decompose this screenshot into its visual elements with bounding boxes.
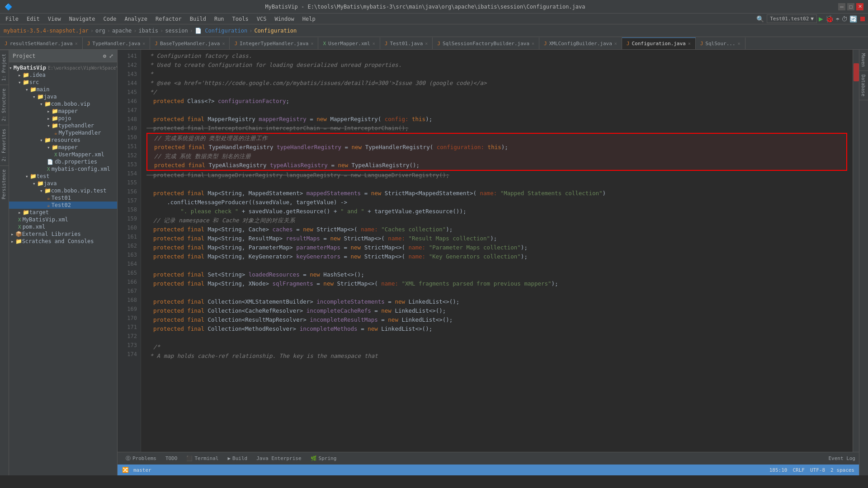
tree-item-java-test[interactable]: ▾ 📁 java — [9, 180, 117, 187]
tab-close-icon[interactable]: × — [373, 41, 375, 46]
tab-sqlsour[interactable]: J SqlSour... × — [696, 38, 745, 49]
edge-tab-database[interactable]: Database — [859, 71, 868, 100]
tree-item-usermapper-xml[interactable]: X UserMapper.xml — [9, 151, 117, 158]
menu-view[interactable]: View — [44, 15, 65, 23]
menu-navigate[interactable]: Navigate — [66, 15, 99, 23]
search-everywhere-icon[interactable]: 🔍 — [756, 15, 764, 23]
tree-item-test[interactable]: ▾ 📁 test — [9, 173, 117, 180]
minimize-button[interactable]: ─ — [838, 3, 845, 10]
menu-build[interactable]: Build — [186, 15, 210, 23]
stop-button[interactable]: ⏹ — [859, 14, 866, 23]
menu-tools[interactable]: Tools — [229, 15, 252, 23]
tab-close-icon[interactable]: × — [425, 41, 428, 46]
menu-file[interactable]: File — [2, 15, 22, 23]
menu-edit[interactable]: Edit — [23, 15, 43, 23]
profile-button[interactable]: ⏱ — [841, 15, 848, 23]
tree-item-typehandler-folder[interactable]: ▾ 📁 typehandler — [9, 122, 117, 129]
breadcrumb-jar[interactable]: mybatis-3.5.4-snapshot.jar — [4, 28, 89, 34]
maximize-button[interactable]: □ — [847, 3, 854, 10]
tab-close-icon[interactable]: × — [614, 41, 617, 46]
edge-tab-structure[interactable]: 2: Structure — [0, 84, 9, 125]
tree-item-com-bobo-vip-test[interactable]: ▾ 📁 com.bobo.vip.test — [9, 187, 117, 194]
edge-tab-favorites[interactable]: 2: Favorites — [0, 125, 9, 165]
debug-button[interactable]: 🐞 — [825, 14, 834, 23]
line-ending[interactable]: CRLF — [793, 467, 805, 473]
tab-typehandler[interactable]: J TypeHandler.java × — [83, 38, 151, 49]
tree-item-mybatisvip-xml[interactable]: X MyBatisVip.xml — [9, 216, 117, 223]
tree-item-external-libraries[interactable]: ▸ 📦 External Libraries — [9, 230, 117, 238]
tree-item-db-properties[interactable]: 📄 db.properties — [9, 158, 117, 165]
menu-vcs[interactable]: VCS — [253, 15, 270, 23]
code-content[interactable]: * Configuration factory class. * Used to… — [141, 50, 853, 452]
tree-item-scratches-consoles[interactable]: ▸ 📁 Scratches and Consoles — [9, 238, 117, 245]
breadcrumb-ibatis[interactable]: ibatis — [139, 28, 158, 34]
tab-basetypehandler[interactable]: J BaseTypeHandler.java × — [150, 38, 230, 49]
tab-todo[interactable]: TODO — [161, 455, 182, 462]
tab-close-icon[interactable]: × — [532, 41, 534, 46]
code-view[interactable]: 141 142 143 144 145 146 147 148 149 150 … — [118, 50, 859, 452]
tree-item-mytypehandler[interactable]: ☕ MyTypeHandler — [9, 129, 117, 136]
tree-item-com-bobo-vip[interactable]: ▾ 📁 com.bobo.vip — [9, 100, 117, 108]
breadcrumb-session[interactable]: session — [165, 28, 188, 34]
tab-label: XMLConfigBuilder.java — [549, 41, 612, 47]
edge-tab-persistence[interactable]: Persistence — [0, 165, 9, 203]
menu-help[interactable]: Help — [299, 15, 319, 23]
tree-item-test01[interactable]: ☕ Test01 — [9, 194, 117, 202]
breadcrumb-configuration2[interactable]: Configuration — [254, 28, 297, 34]
tree-item-idea[interactable]: ▸ 📁 .idea — [9, 71, 117, 79]
tab-build[interactable]: ▶ Build — [223, 455, 252, 462]
menu-refactor[interactable]: Refactor — [152, 15, 185, 23]
edge-tab-maven[interactable]: Maven — [859, 50, 868, 71]
tab-java-enterprise[interactable]: Java Enterprise — [252, 455, 306, 462]
run-config-selector[interactable]: Test01.test02 ▼ — [767, 14, 817, 23]
tab-close-icon[interactable]: × — [688, 41, 691, 46]
tab-close-icon[interactable]: × — [142, 41, 145, 46]
tree-item-src[interactable]: ▾ 📁 src — [9, 79, 117, 86]
gear-icon[interactable]: ⚙ — [103, 53, 106, 59]
tab-close-icon[interactable]: × — [311, 41, 313, 46]
tab-terminal[interactable]: ⬛ Terminal — [182, 455, 223, 462]
tree-item-main[interactable]: ▾ 📁 main — [9, 86, 117, 93]
tab-sqlsessionfactorybuilder[interactable]: J SqlSessionFactoryBuilder.java × — [433, 38, 539, 49]
event-log-label[interactable]: Event Log — [828, 455, 855, 461]
menu-analyze[interactable]: Analyze — [121, 15, 151, 23]
tree-item-pom-xml[interactable]: X pom.xml — [9, 223, 117, 230]
tab-xmlconfigbuilder[interactable]: J XMLConfigBuilder.java × — [539, 38, 622, 49]
tab-usermapper[interactable]: X UserMapper.xml × — [318, 38, 380, 49]
tree-item-target[interactable]: ▸ 📁 target — [9, 209, 117, 216]
encoding[interactable]: UTF-8 — [810, 467, 825, 473]
tab-integertypehandler[interactable]: J IntegerTypeHandler.java × — [230, 38, 318, 49]
tab-problems[interactable]: ⓪ Problems — [121, 454, 161, 463]
code-line-144: * @see <a href='https://code.google.com/… — [146, 79, 847, 88]
tree-item-java-main[interactable]: ▾ 📁 java — [9, 93, 117, 100]
tree-item-mapper-xml-folder[interactable]: ▾ 📁 mapper — [9, 144, 117, 151]
cursor-position[interactable]: 185:10 — [769, 467, 788, 473]
coverage-button[interactable]: ☂ — [836, 15, 840, 23]
window-controls[interactable]: ─ □ ✕ — [838, 3, 863, 10]
run-button[interactable]: ▶ — [819, 14, 823, 23]
tree-item-pojo[interactable]: ▸ 📁 pojo — [9, 115, 117, 122]
menu-window[interactable]: Window — [271, 15, 297, 23]
tab-configuration[interactable]: J Configuration.java × — [622, 38, 696, 49]
tree-item-mybatisvip[interactable]: ▾ MyBatisVip E:\workspace\VipWorkSpace\M — [9, 64, 117, 71]
menu-run[interactable]: Run — [211, 15, 228, 23]
tree-item-resources[interactable]: ▾ 📁 resources — [9, 136, 117, 144]
tree-item-mybatis-config[interactable]: X mybatis-config.xml — [9, 165, 117, 173]
tab-close-icon[interactable]: × — [222, 41, 225, 46]
tab-test01[interactable]: J Test01.java × — [380, 38, 433, 49]
update-button[interactable]: 🔄 — [849, 15, 857, 23]
indent-info[interactable]: 2 spaces — [830, 467, 854, 473]
expand-icon[interactable]: ⤢ — [109, 53, 113, 59]
breadcrumb-org[interactable]: org — [95, 28, 105, 34]
tab-spring[interactable]: 🌿 Spring — [306, 455, 341, 462]
close-button[interactable]: ✕ — [856, 3, 863, 10]
edge-tab-project[interactable]: 1: Project — [0, 50, 9, 84]
tree-item-test02[interactable]: ☕ Test02 — [9, 202, 117, 209]
breadcrumb-configuration1[interactable]: 📄 Configuration — [195, 28, 247, 34]
tree-item-mapper-folder[interactable]: ▸ 📁 mapper — [9, 108, 117, 115]
breadcrumb-apache[interactable]: apache — [112, 28, 132, 34]
menu-code[interactable]: Code — [100, 15, 120, 23]
tab-close-icon[interactable]: × — [75, 41, 78, 46]
tab-resultsethandler[interactable]: J resultSetHandler.java × — [0, 38, 83, 49]
tab-close-icon[interactable]: × — [738, 41, 741, 46]
